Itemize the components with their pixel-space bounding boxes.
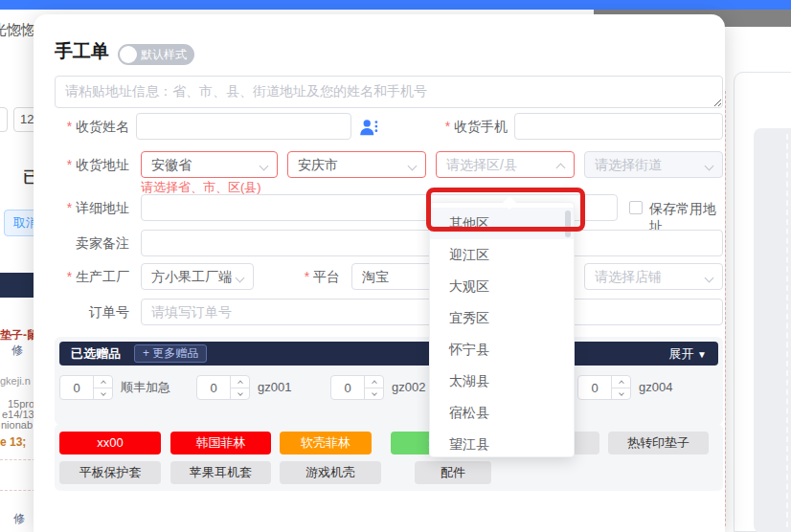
background-domain-text: gkeji.n bbox=[0, 375, 31, 387]
district-option[interactable]: 其他区 bbox=[430, 208, 574, 239]
province-value: 安徽省 bbox=[151, 157, 192, 172]
category-button[interactable]: 韩国菲林 bbox=[170, 432, 271, 454]
background-dashed-column bbox=[725, 91, 726, 526]
address-label: 收货地址 bbox=[51, 151, 129, 178]
city-value: 安庆市 bbox=[298, 157, 338, 172]
modal-title: 手工单 bbox=[55, 39, 109, 64]
factory-value: 方小果工厂端 bbox=[151, 269, 232, 284]
gift-qty-stepper[interactable] bbox=[330, 375, 384, 400]
background-product-link[interactable]: 垫子-鼠 bbox=[0, 327, 38, 344]
background-edit-link2[interactable]: 修 bbox=[13, 511, 25, 527]
background-spec-line: nionab bbox=[1, 419, 33, 431]
chevron-up-icon bbox=[556, 164, 566, 173]
category-button[interactable]: 苹果耳机套 bbox=[170, 461, 271, 484]
category-section: xx00 韩国菲林 软壳菲林 洞 热转印垫子 平板保护套 苹果耳机套 游戏机壳 … bbox=[55, 424, 723, 491]
right-panel-placeholder-box bbox=[754, 128, 791, 532]
background-dashed-divider bbox=[0, 459, 35, 460]
stepper-up-button[interactable] bbox=[94, 376, 112, 388]
gift-item-label: gz001 bbox=[258, 375, 291, 400]
dropdown-scrollbar[interactable] bbox=[565, 211, 571, 237]
gift-qty-input[interactable] bbox=[60, 376, 93, 399]
background-table-header-fragment bbox=[0, 273, 35, 298]
seller-note-label: 卖家备注 bbox=[51, 230, 129, 256]
right-panel-dashed-divider bbox=[786, 134, 788, 527]
toggle-knob bbox=[120, 46, 137, 63]
province-select[interactable]: 安徽省 bbox=[141, 151, 278, 178]
expand-triangle-icon: ▼ bbox=[697, 349, 707, 360]
stepper-up-button[interactable] bbox=[231, 376, 249, 388]
chevron-down-icon bbox=[408, 162, 418, 171]
browser-top-bar bbox=[0, 0, 791, 10]
category-button[interactable]: 软壳菲林 bbox=[280, 432, 372, 454]
district-option[interactable]: 望江县 bbox=[430, 429, 574, 460]
chevron-down-icon bbox=[260, 162, 269, 171]
gift-qty-stepper[interactable] bbox=[577, 375, 631, 400]
category-button[interactable]: 热转印垫子 bbox=[608, 432, 709, 454]
district-option[interactable]: 迎江区 bbox=[430, 239, 574, 271]
expand-toggle[interactable]: 展开 ▼ bbox=[668, 345, 707, 363]
stepper-down-button[interactable] bbox=[231, 388, 249, 400]
chevron-down-icon bbox=[705, 162, 714, 171]
platform-label: 平台 bbox=[278, 263, 340, 290]
background-dashed-divider bbox=[0, 490, 35, 491]
order-no-label: 订单号 bbox=[51, 299, 129, 325]
background-input-fragment[interactable] bbox=[0, 107, 8, 132]
right-side-panel bbox=[734, 72, 791, 532]
shop-placeholder: 请选择店铺 bbox=[595, 269, 662, 284]
street-select[interactable]: 请选择街道 bbox=[584, 151, 723, 178]
district-select[interactable]: 请选择区/县 bbox=[436, 151, 575, 178]
district-dropdown-list: 其他区 迎江区 大观区 宜秀区 怀宁县 太湖县 宿松县 望江县 bbox=[429, 202, 575, 457]
stepper-up-button[interactable] bbox=[612, 376, 630, 388]
factory-label: 生产工厂 bbox=[51, 263, 129, 290]
district-option[interactable]: 怀宁县 bbox=[430, 334, 574, 366]
contact-book-icon[interactable] bbox=[359, 117, 380, 138]
page: 光惚惚 12 已 取消 垫子-鼠 修 gkeji.n 15pro e14/13 … bbox=[0, 0, 791, 532]
city-select[interactable]: 安庆市 bbox=[287, 151, 426, 178]
stepper-up-button[interactable] bbox=[365, 376, 383, 388]
expand-label: 展开 bbox=[668, 346, 693, 361]
gift-item-label: gz002 bbox=[392, 375, 425, 400]
chevron-down-icon bbox=[705, 274, 714, 283]
recipient-phone-label: 收货手机 bbox=[429, 113, 508, 140]
toggle-label: 默认样式 bbox=[141, 47, 187, 63]
gift-qty-stepper[interactable] bbox=[59, 375, 113, 400]
background-brand-text: 光惚惚 bbox=[0, 21, 35, 39]
gift-qty-input[interactable] bbox=[578, 376, 611, 399]
manual-order-modal: 手工单 默认样式 收货姓名 收货手机 收货地址 安徽省 安庆市 请选择 bbox=[34, 14, 725, 532]
district-option[interactable]: 宜秀区 bbox=[430, 302, 574, 334]
paste-address-textarea[interactable] bbox=[55, 76, 723, 108]
category-button[interactable]: 配件 bbox=[415, 461, 491, 484]
default-style-toggle[interactable]: 默认样式 bbox=[118, 44, 194, 65]
stepper-down-button[interactable] bbox=[365, 388, 383, 400]
save-address-checkbox[interactable] bbox=[629, 201, 643, 214]
street-placeholder: 请选择街道 bbox=[595, 157, 662, 172]
background-highlight-line: e 13; bbox=[0, 435, 26, 449]
factory-select[interactable]: 方小果工厂端 bbox=[141, 263, 254, 290]
gift-item-label: gz004 bbox=[639, 375, 672, 400]
district-option[interactable]: 宿松县 bbox=[430, 397, 574, 429]
gift-item-label: 顺丰加急 bbox=[121, 375, 170, 400]
stepper-down-button[interactable] bbox=[94, 388, 112, 400]
category-button[interactable]: xx00 bbox=[59, 432, 161, 454]
stepper-down-button[interactable] bbox=[612, 388, 630, 400]
category-button[interactable]: 游戏机壳 bbox=[280, 461, 381, 484]
gift-section: 已选赠品 + 更多赠品 展开 ▼ 顺丰加急 gz001 gz bbox=[55, 337, 723, 425]
detail-address-label: 详细地址 bbox=[51, 194, 129, 221]
recipient-phone-input[interactable] bbox=[514, 113, 723, 140]
category-button[interactable]: 平板保护套 bbox=[59, 461, 161, 484]
district-placeholder: 请选择区/县 bbox=[446, 157, 517, 172]
recipient-name-label: 收货姓名 bbox=[51, 113, 129, 140]
district-option[interactable]: 大观区 bbox=[430, 271, 574, 302]
gift-qty-input[interactable] bbox=[197, 376, 230, 399]
chevron-down-icon bbox=[236, 274, 245, 283]
gift-header-title: 已选赠品 bbox=[71, 345, 121, 363]
gift-qty-input[interactable] bbox=[331, 376, 364, 399]
gift-header-bar: 已选赠品 + 更多赠品 展开 ▼ bbox=[59, 342, 718, 366]
shop-select[interactable]: 请选择店铺 bbox=[584, 263, 723, 290]
background-edit-link[interactable]: 修 bbox=[11, 343, 23, 359]
district-option[interactable]: 太湖县 bbox=[430, 366, 574, 397]
platform-value: 淘宝 bbox=[362, 269, 389, 284]
recipient-name-input[interactable] bbox=[136, 113, 351, 140]
more-gifts-button[interactable]: + 更多赠品 bbox=[134, 344, 207, 363]
gift-qty-stepper[interactable] bbox=[196, 375, 250, 400]
